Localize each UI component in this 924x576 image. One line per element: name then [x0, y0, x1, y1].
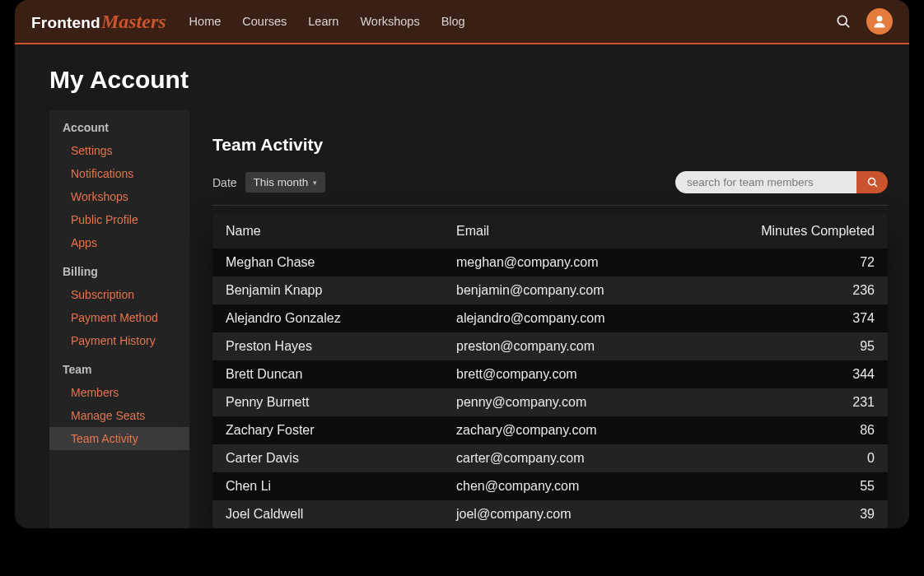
cell-name: Carter Davis	[226, 451, 456, 466]
search-icon	[866, 176, 879, 188]
sidebar-item[interactable]: Team Activity	[49, 427, 189, 450]
brand-masters: Masters	[101, 11, 166, 33]
table-row: Chen Lichen@company.com55	[212, 472, 888, 500]
cell-email: meghan@company.com	[456, 255, 710, 270]
cell-email: penny@company.com	[456, 395, 710, 410]
sidebar-item[interactable]: Members	[49, 381, 189, 404]
table-card: Name Email Minutes Completed Meghan Chas…	[212, 214, 888, 528]
cell-minutes: 95	[710, 339, 875, 354]
cell-minutes: 86	[710, 423, 875, 438]
user-icon	[871, 13, 888, 30]
col-name: Name	[226, 224, 456, 239]
cell-email: chen@company.com	[456, 479, 710, 494]
avatar[interactable]	[866, 8, 893, 35]
table-row: Alejandro Gonzalezalejandro@company.com3…	[212, 304, 888, 332]
cell-name: Meghan Chase	[226, 255, 456, 270]
cell-name: Joel Caldwell	[226, 507, 456, 522]
brand-logo[interactable]: Frontend Masters	[31, 11, 166, 33]
cell-email: benjamin@company.com	[456, 283, 710, 298]
date-label: Date	[212, 176, 237, 189]
cell-minutes: 72	[710, 255, 875, 270]
app-frame: Frontend Masters Home Courses Learn Work…	[15, 0, 909, 528]
nav-workshops[interactable]: Workshops	[360, 15, 419, 28]
svg-line-1	[846, 24, 849, 27]
table-body: Meghan Chasemeghan@company.com72Benjamin…	[212, 249, 888, 528]
cell-minutes: 0	[710, 451, 875, 466]
page-title: My Account	[15, 66, 909, 110]
search-input[interactable]	[675, 171, 856, 193]
search-submit-button[interactable]	[856, 171, 888, 193]
search-group	[675, 171, 888, 193]
nav-courses[interactable]: Courses	[242, 15, 287, 28]
cell-email: zachary@company.com	[456, 423, 710, 438]
table-row: Benjamin Knappbenjamin@company.com236	[212, 276, 888, 304]
cell-name: Zachary Foster	[226, 423, 456, 438]
svg-line-4	[874, 184, 876, 187]
table-row: Meghan Chasemeghan@company.com72	[212, 249, 888, 276]
sidebar-group-label: Team	[49, 352, 189, 381]
table-row: Zachary Fosterzachary@company.com86	[212, 416, 888, 444]
sidebar-item[interactable]: Manage Seats	[49, 404, 189, 427]
table-row: Brett Duncanbrett@company.com344	[212, 360, 888, 388]
sidebar-group-label: Account	[49, 110, 189, 139]
section-title: Team Activity	[212, 135, 888, 155]
sidebar-item[interactable]: Notifications	[49, 162, 189, 185]
cell-email: preston@company.com	[456, 339, 710, 354]
topbar: Frontend Masters Home Courses Learn Work…	[15, 0, 909, 44]
sidebar-item[interactable]: Public Profile	[49, 208, 189, 231]
brand-front: Frontend	[31, 14, 100, 32]
sidebar-item[interactable]: Apps	[49, 231, 189, 254]
cell-name: Alejandro Gonzalez	[226, 311, 456, 326]
divider	[212, 205, 888, 206]
col-email: Email	[456, 224, 710, 239]
date-select[interactable]: This month ▾	[245, 172, 326, 193]
cell-minutes: 55	[710, 479, 875, 494]
cell-minutes: 39	[710, 507, 875, 522]
date-value: This month	[254, 176, 309, 188]
nav-learn[interactable]: Learn	[308, 15, 338, 28]
cell-name: Benjamin Knapp	[226, 283, 456, 298]
table-row: Carter Daviscarter@company.com0	[212, 444, 888, 472]
cell-name: Brett Duncan	[226, 367, 456, 382]
cell-email: carter@company.com	[456, 451, 710, 466]
sidebar-item[interactable]: Workshops	[49, 185, 189, 208]
nav-links: Home Courses Learn Workshops Blog	[189, 15, 465, 28]
columns: AccountSettingsNotificationsWorkshopsPub…	[15, 110, 909, 528]
cell-minutes: 236	[710, 283, 875, 298]
sidebar-group-label: Billing	[49, 254, 189, 283]
table-row: Penny Burnettpenny@company.com231	[212, 388, 888, 416]
cell-name: Chen Li	[226, 479, 456, 494]
cell-minutes: 344	[710, 367, 875, 382]
sidebar-item[interactable]: Settings	[49, 139, 189, 162]
table-row: Joel Caldwelljoel@company.com39	[212, 500, 888, 528]
cell-email: alejandro@company.com	[456, 311, 710, 326]
content-wrap: My Account AccountSettingsNotificationsW…	[15, 44, 909, 528]
date-filter: Date This month ▾	[212, 172, 325, 193]
sidebar: AccountSettingsNotificationsWorkshopsPub…	[49, 110, 189, 528]
col-minutes: Minutes Completed	[710, 224, 875, 239]
cell-email: brett@company.com	[456, 367, 710, 382]
search-icon[interactable]	[835, 13, 852, 30]
cell-name: Penny Burnett	[226, 395, 456, 410]
chevron-down-icon: ▾	[313, 179, 317, 187]
svg-point-2	[877, 16, 883, 21]
cell-name: Preston Hayes	[226, 339, 456, 354]
main: Team Activity Date This month ▾	[201, 110, 909, 528]
table-row: Preston Hayespreston@company.com95	[212, 332, 888, 360]
cell-minutes: 374	[710, 311, 875, 326]
sidebar-item[interactable]: Payment History	[49, 329, 189, 352]
cell-minutes: 231	[710, 395, 875, 410]
sidebar-item[interactable]: Payment Method	[49, 306, 189, 329]
topbar-actions	[835, 8, 893, 35]
nav-home[interactable]: Home	[189, 15, 222, 28]
sidebar-item[interactable]: Subscription	[49, 283, 189, 306]
cell-email: joel@company.com	[456, 507, 710, 522]
nav-blog[interactable]: Blog	[441, 15, 465, 28]
filter-row: Date This month ▾	[212, 171, 888, 193]
table-header: Name Email Minutes Completed	[212, 214, 888, 249]
